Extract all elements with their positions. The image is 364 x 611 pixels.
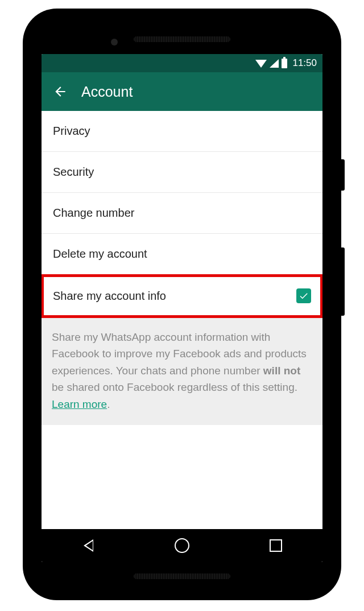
side-button xyxy=(341,247,345,316)
phone-device-frame: 11:50 Account Privacy Security Cha xyxy=(23,9,341,600)
nav-home-button[interactable] xyxy=(173,537,191,554)
menu-item-delete-account[interactable]: Delete my account xyxy=(42,234,322,275)
circle-home-icon xyxy=(175,538,189,553)
content-area: Privacy Security Change number Delete my… xyxy=(42,111,322,529)
arrow-left-icon xyxy=(53,84,68,99)
square-recent-icon xyxy=(270,539,282,552)
nav-back-button[interactable] xyxy=(80,537,97,554)
clock-time: 11:50 xyxy=(292,57,317,69)
menu-item-label: Change number xyxy=(53,207,134,220)
info-bold-text: will not xyxy=(263,365,300,377)
learn-more-link[interactable]: Learn more xyxy=(52,398,107,410)
status-bar: 11:50 xyxy=(42,54,322,72)
speaker-grille-icon xyxy=(134,36,230,42)
battery-icon xyxy=(282,59,287,68)
triangle-back-icon xyxy=(82,538,94,553)
wifi-icon xyxy=(255,60,267,68)
share-info-checkbox[interactable] xyxy=(296,288,311,303)
menu-item-label: Delete my account xyxy=(53,247,147,261)
navigation-bar xyxy=(42,529,322,562)
menu-item-label: Security xyxy=(53,166,94,179)
menu-item-label: Privacy xyxy=(53,125,90,138)
app-bar: Account xyxy=(42,72,322,111)
checkmark-icon xyxy=(299,291,309,301)
camera-icon xyxy=(111,39,118,46)
menu-item-security[interactable]: Security xyxy=(42,152,322,193)
info-description: Share my WhatsApp account information wi… xyxy=(42,317,322,425)
speaker-grille-icon xyxy=(134,573,230,579)
info-text: . xyxy=(107,398,110,410)
menu-item-label: Share my account info xyxy=(53,290,166,303)
screen: 11:50 Account Privacy Security Cha xyxy=(42,54,322,562)
page-title: Account xyxy=(81,84,133,100)
menu-item-privacy[interactable]: Privacy xyxy=(42,111,322,152)
back-button[interactable] xyxy=(53,84,68,99)
signal-icon xyxy=(270,59,279,68)
menu-item-change-number[interactable]: Change number xyxy=(42,193,322,234)
menu-item-share-account-info[interactable]: Share my account info xyxy=(42,275,322,317)
side-button xyxy=(341,159,345,191)
info-text: be shared onto Facebook regardless of th… xyxy=(52,381,297,393)
nav-recent-button[interactable] xyxy=(267,537,284,554)
